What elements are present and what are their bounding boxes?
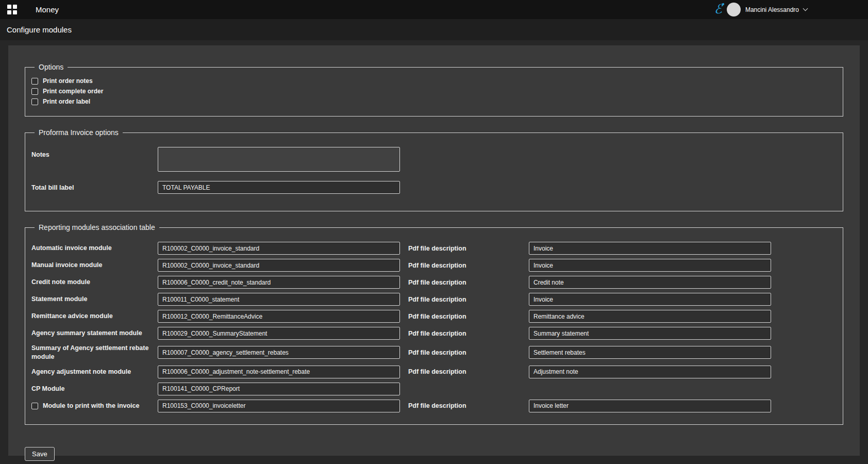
save-button[interactable]: Save <box>25 447 55 461</box>
module-label-text: Statement module <box>31 295 87 304</box>
total-bill-input[interactable] <box>158 181 400 194</box>
module-label-text: Manual invoice module <box>31 261 103 270</box>
notes-textarea[interactable] <box>158 147 400 172</box>
module-label: Credit note module <box>31 278 158 287</box>
module-code-input[interactable] <box>158 276 400 289</box>
pdf-file-description-label: Pdf file description <box>400 368 529 375</box>
module-code-input[interactable] <box>158 400 400 412</box>
reporting-row: Credit note modulePdf file description <box>31 276 837 289</box>
pdf-description-input[interactable] <box>529 400 771 412</box>
total-bill-row: Total bill label <box>31 181 837 194</box>
option-checkbox[interactable] <box>31 88 38 95</box>
pdf-file-description-label: Pdf file description <box>400 330 529 337</box>
module-label-text: CP Module <box>31 385 64 393</box>
page-title: Configure modules <box>7 25 72 34</box>
notes-label: Notes <box>31 147 158 158</box>
module-label-text: Summary of Agency settlement rebate modu… <box>31 344 153 361</box>
pdf-description-input[interactable] <box>529 346 771 359</box>
reporting-modules-fieldset: Reporting modules association table Auto… <box>25 223 843 425</box>
module-code-input[interactable] <box>158 366 400 378</box>
pdf-file-description-label: Pdf file description <box>400 245 529 252</box>
topbar-user-area: ℰ Mancini Alessandro <box>714 3 861 16</box>
option-checkbox-row[interactable]: Print complete order <box>31 88 103 95</box>
pdf-description-input[interactable] <box>529 366 771 378</box>
module-label-text: Agency summary statement module <box>31 329 142 338</box>
module-code-input[interactable] <box>158 346 400 359</box>
app-title: Money <box>36 5 59 14</box>
pdf-description-input[interactable] <box>529 242 771 255</box>
option-checkbox[interactable] <box>31 98 38 105</box>
module-label: Manual invoice module <box>31 261 158 270</box>
reporting-row: Summary of Agency settlement rebate modu… <box>31 344 837 361</box>
module-label-text: Agency adjustment note module <box>31 368 131 376</box>
module-label: Module to print with the invoice <box>31 402 158 410</box>
content-area: Options Print order notesPrint complete … <box>0 40 868 464</box>
module-code-input[interactable] <box>158 259 400 272</box>
apps-grid-icon[interactable] <box>7 5 17 14</box>
option-checkbox-row[interactable]: Print order notes <box>31 77 93 85</box>
module-label-text: Automatic invoice module <box>31 244 112 253</box>
options-legend: Options <box>35 63 68 71</box>
notes-row: Notes <box>31 147 837 172</box>
pdf-file-description-label: Pdf file description <box>400 279 529 286</box>
module-label: Automatic invoice module <box>31 244 158 253</box>
reporting-row: Remittance advice modulePdf file descrip… <box>31 310 837 323</box>
module-label: Agency summary statement module <box>31 329 158 338</box>
module-label-text: Module to print with the invoice <box>43 402 140 410</box>
module-label: Agency adjustment note module <box>31 368 158 376</box>
pdf-description-input[interactable] <box>529 327 771 340</box>
page-header: Configure modules <box>0 19 868 40</box>
pdf-file-description-label: Pdf file description <box>400 296 529 303</box>
reporting-row: Agency adjustment note modulePdf file de… <box>31 366 837 378</box>
total-bill-label: Total bill label <box>31 184 158 191</box>
option-checkbox[interactable] <box>31 78 38 85</box>
module-label: CP Module <box>31 385 158 393</box>
configure-modules-panel: Options Print order notesPrint complete … <box>8 45 860 456</box>
module-code-input[interactable] <box>158 242 400 255</box>
pdf-description-input[interactable] <box>529 259 771 272</box>
module-label: Statement module <box>31 295 158 304</box>
options-fieldset: Options Print order notesPrint complete … <box>25 63 843 117</box>
module-print-checkbox[interactable] <box>31 403 38 409</box>
module-label-text: Credit note module <box>31 278 90 287</box>
option-checkbox-row[interactable]: Print order label <box>31 98 90 105</box>
module-code-input[interactable] <box>158 293 400 306</box>
pdf-file-description-label: Pdf file description <box>400 262 529 269</box>
apps-grid-square <box>7 10 11 14</box>
reporting-row: Manual invoice modulePdf file descriptio… <box>31 259 837 272</box>
option-checkbox-label: Print order notes <box>43 77 93 85</box>
module-label: Remittance advice module <box>31 312 158 321</box>
brand-logo-icon: ℰ <box>714 3 722 15</box>
module-code-input[interactable] <box>158 310 400 323</box>
pdf-file-description-label: Pdf file description <box>400 402 529 409</box>
pdf-description-input[interactable] <box>529 310 771 323</box>
chevron-down-icon[interactable] <box>803 6 808 11</box>
topbar: Money ℰ Mancini Alessandro <box>0 0 868 19</box>
module-label-text: Remittance advice module <box>31 312 113 321</box>
option-checkbox-label: Print complete order <box>43 88 103 95</box>
proforma-legend: Proforma Invoice options <box>35 128 123 137</box>
module-code-input[interactable] <box>158 327 400 340</box>
options-checkbox-list: Print order notesPrint complete orderPri… <box>31 77 837 105</box>
user-name[interactable]: Mancini Alessandro <box>745 6 799 13</box>
pdf-file-description-label: Pdf file description <box>400 349 529 356</box>
apps-grid-square <box>7 5 11 9</box>
reporting-rows: Automatic invoice modulePdf file descrip… <box>31 242 837 412</box>
reporting-legend: Reporting modules association table <box>35 223 159 231</box>
pdf-file-description-label: Pdf file description <box>400 313 529 320</box>
module-code-input[interactable] <box>158 383 400 395</box>
apps-grid-square <box>13 10 17 14</box>
reporting-row: Module to print with the invoicePdf file… <box>31 400 837 412</box>
pdf-description-input[interactable] <box>529 293 771 306</box>
option-checkbox-label: Print order label <box>43 98 90 105</box>
proforma-invoice-fieldset: Proforma Invoice options Notes Total bil… <box>25 128 843 211</box>
apps-grid-square <box>13 5 17 9</box>
reporting-row: CP Module <box>31 383 837 395</box>
module-label: Summary of Agency settlement rebate modu… <box>31 344 158 361</box>
reporting-row: Agency summary statement modulePdf file … <box>31 327 837 340</box>
pdf-description-input[interactable] <box>529 276 771 289</box>
avatar[interactable] <box>727 3 741 16</box>
reporting-row: Statement modulePdf file description <box>31 293 837 306</box>
reporting-row: Automatic invoice modulePdf file descrip… <box>31 242 837 255</box>
